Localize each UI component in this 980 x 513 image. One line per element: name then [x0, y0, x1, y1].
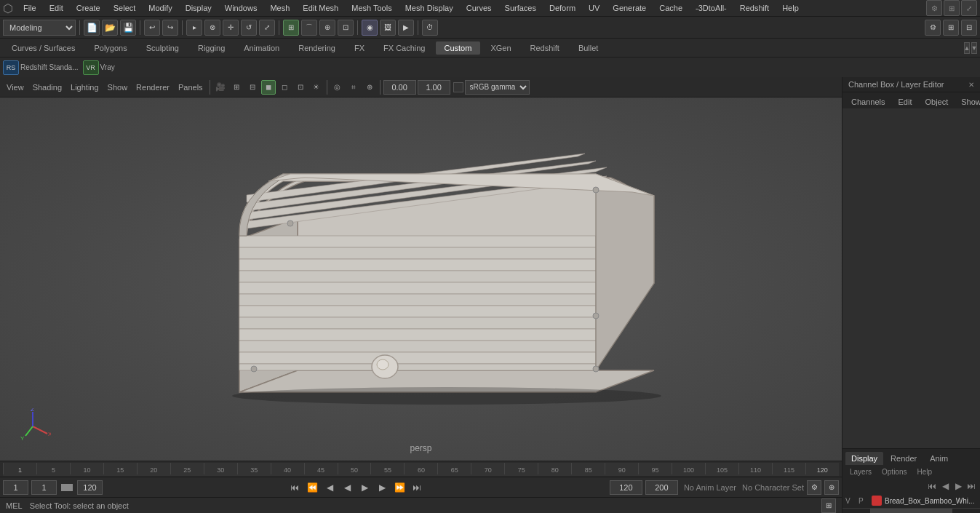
vp-xray-btn[interactable]: ◎	[330, 80, 345, 95]
render-settings-btn[interactable]: 🖼	[380, 20, 396, 36]
menu-mesh-tools[interactable]: Mesh Tools	[346, 2, 397, 14]
rp-tab-object[interactable]: Object	[919, 95, 954, 108]
play-back-btn[interactable]: ◀	[340, 480, 354, 495]
vp-lighting-btn[interactable]: ☀	[309, 80, 324, 95]
max-frame-input[interactable]	[645, 480, 678, 495]
lasso-tool-btn[interactable]: ⊗	[204, 20, 220, 36]
expand-icon[interactable]: ⤢	[961, 0, 977, 16]
right-panel-close-btn[interactable]: ✕	[968, 81, 974, 89]
menu-generate[interactable]: Generate	[607, 2, 652, 14]
vp-menu-renderer[interactable]: Renderer	[132, 80, 173, 95]
open-scene-btn[interactable]: 📂	[102, 20, 118, 36]
tab-curves-surfaces[interactable]: Curves / Surfaces	[3, 41, 84, 55]
move-tool-btn[interactable]: ✛	[223, 20, 239, 36]
rp-nav-first-btn[interactable]: ⏮	[926, 480, 938, 492]
vp-menu-lighting[interactable]: Lighting	[67, 80, 103, 95]
menu-edit-mesh[interactable]: Edit Mesh	[297, 2, 344, 14]
rp-tab-edit[interactable]: Edit	[892, 95, 917, 108]
vp-wire-shade-btn[interactable]: ◻	[277, 80, 292, 95]
vp-grid-btn[interactable]: ⊞	[229, 80, 244, 95]
menu-mesh[interactable]: Mesh	[264, 2, 295, 14]
rp-btab-display[interactable]: Display	[845, 452, 883, 465]
tab-fx[interactable]: FX	[346, 41, 373, 55]
vp-textured-btn[interactable]: ⊡	[293, 80, 308, 95]
menu-file[interactable]: File	[17, 2, 42, 14]
redo-btn[interactable]: ↪	[162, 20, 178, 36]
scale-tool-btn[interactable]: ⤢	[259, 20, 275, 36]
layout-icon[interactable]: ⊞	[944, 0, 960, 16]
rp-nav-prev-btn[interactable]: ◀	[939, 480, 951, 492]
viewport-canvas[interactable]: persp X Y Z	[0, 98, 842, 461]
rp-nav-next-btn[interactable]: ▶	[952, 480, 964, 492]
rp-sub-help[interactable]: Help	[912, 466, 936, 477]
rp-scrollbar-thumb[interactable]	[870, 509, 952, 513]
render-current-btn[interactable]: ◉	[362, 20, 378, 36]
start-frame-input[interactable]	[3, 480, 28, 495]
settings-icon[interactable]: ⚙	[926, 0, 942, 16]
play-forward-btn[interactable]: ▶	[357, 480, 372, 495]
tab-redshift[interactable]: Redshift	[522, 41, 568, 55]
snap-point-btn[interactable]: ⊕	[319, 20, 335, 36]
redshift-renderer-item[interactable]: RS Redshift Standa...	[3, 60, 79, 75]
rp-btab-render[interactable]: Render	[885, 452, 923, 465]
menu-windows[interactable]: Windows	[219, 2, 263, 14]
menu-curves[interactable]: Curves	[461, 2, 498, 14]
workspace-dropdown[interactable]: Modeling	[3, 20, 76, 36]
menu-create[interactable]: Create	[71, 2, 106, 14]
tab-rigging[interactable]: Rigging	[189, 41, 234, 55]
gamma-select[interactable]: sRGB gamma	[465, 80, 530, 95]
fps-btn[interactable]: ⚙	[925, 20, 941, 36]
vp-menu-view[interactable]: View	[3, 80, 28, 95]
timeline-area[interactable]: 1 5 10 15 20 25 30 35 40 45 50 55 60 65 …	[0, 461, 842, 477]
tabs-scroll-down[interactable]: ▼	[971, 42, 977, 54]
layout-2-btn[interactable]: ⊟	[961, 20, 977, 36]
menu-3dto-all[interactable]: -3DtoAll-	[690, 2, 733, 14]
tab-polygons[interactable]: Polygons	[85, 41, 135, 55]
rotate-tool-btn[interactable]: ↺	[241, 20, 257, 36]
vp-menu-shading[interactable]: Shading	[29, 80, 65, 95]
end-frame-input[interactable]	[610, 480, 642, 495]
snap-grid-btn[interactable]: ⊞	[283, 20, 299, 36]
select-tool-btn[interactable]: ▸	[186, 20, 202, 36]
prev-frame-btn[interactable]: ◀	[322, 480, 337, 495]
tab-rendering[interactable]: Rendering	[290, 41, 344, 55]
layer-vis-v[interactable]: V	[845, 497, 856, 505]
tab-custom[interactable]: Custom	[436, 41, 481, 55]
snap-curve-btn[interactable]: ⌒	[301, 20, 317, 36]
rp-tab-channels[interactable]: Channels	[845, 95, 891, 108]
menu-display[interactable]: Display	[180, 2, 218, 14]
menu-cache[interactable]: Cache	[653, 2, 688, 14]
anim-layer-btn[interactable]: ⚙	[807, 480, 821, 495]
menu-modify[interactable]: Modify	[143, 2, 178, 14]
vray-renderer-item[interactable]: VR Vray	[83, 60, 115, 75]
vp-camera-btn[interactable]: 🎥	[213, 80, 228, 95]
vp-wireframe-btn[interactable]: ⊟	[245, 80, 260, 95]
skip-to-end-btn[interactable]: ⏭	[410, 480, 424, 495]
menu-edit[interactable]: Edit	[44, 2, 69, 14]
status-expand-btn[interactable]: ⊞	[821, 498, 836, 513]
vp-smooth-shade-btn[interactable]: ◼	[261, 80, 276, 95]
history-btn[interactable]: ⏱	[422, 20, 438, 36]
menu-select[interactable]: Select	[108, 2, 142, 14]
color-swatch[interactable]	[453, 82, 463, 92]
offset-x-input[interactable]	[383, 80, 416, 95]
layer-color-swatch[interactable]	[872, 496, 882, 506]
layer-vis-p[interactable]: P	[859, 497, 869, 505]
tab-sculpting[interactable]: Sculpting	[138, 41, 188, 55]
current-frame-input[interactable]	[31, 480, 57, 495]
menu-redshift[interactable]: Redshift	[734, 2, 775, 14]
prev-keyframe-btn[interactable]: ⏪	[305, 480, 319, 495]
next-keyframe-btn[interactable]: ⏩	[392, 480, 407, 495]
menu-surfaces[interactable]: Surfaces	[499, 2, 542, 14]
undo-btn[interactable]: ↩	[144, 20, 160, 36]
tab-bullet[interactable]: Bullet	[570, 41, 607, 55]
snap-view-btn[interactable]: ⊡	[338, 20, 354, 36]
timeline-ruler[interactable]: 1 5 10 15 20 25 30 35 40 45 50 55 60 65 …	[3, 463, 839, 476]
vp-deform-btn[interactable]: ⌗	[346, 80, 361, 95]
layout-panels-btn[interactable]: ⊞	[943, 20, 959, 36]
rp-sub-layers[interactable]: Layers	[845, 466, 876, 477]
rp-btab-anim[interactable]: Anim	[924, 452, 954, 465]
vp-hud-btn[interactable]: ⊕	[362, 80, 377, 95]
tab-xgen[interactable]: XGen	[482, 41, 519, 55]
range-end-input[interactable]	[77, 480, 103, 495]
